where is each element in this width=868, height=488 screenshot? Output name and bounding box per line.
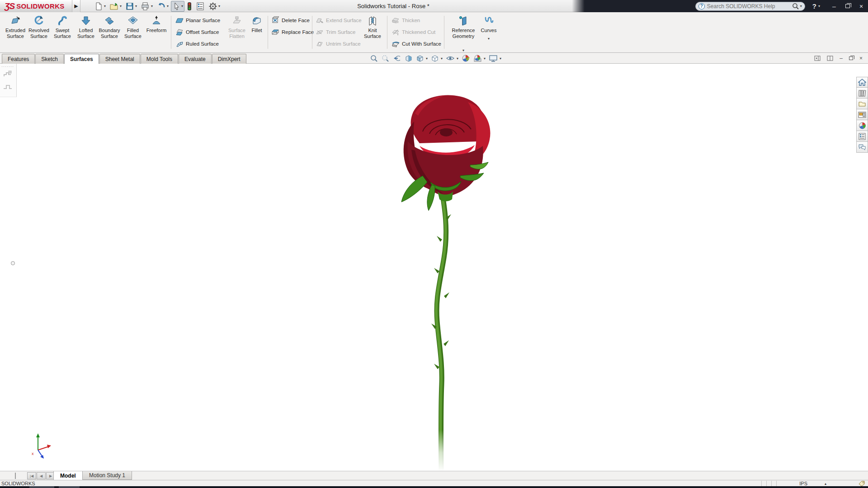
reference-geometry-button[interactable]: Reference Geometry ▾ (449, 14, 477, 51)
close-button[interactable]: × (854, 0, 868, 12)
undo-button[interactable]: ▾ (155, 1, 170, 12)
logo-text: SOLIDWORKS (16, 2, 64, 10)
chevron-down-icon[interactable]: ▾ (462, 48, 464, 52)
chevron-down-icon[interactable]: ▾ (426, 56, 428, 61)
freeform-button[interactable]: Freeform (145, 14, 168, 51)
open-document-button[interactable]: ▾ (108, 1, 123, 12)
design-library-tab[interactable] (856, 88, 868, 99)
tab-features[interactable]: Features (2, 54, 35, 64)
tag-icon[interactable] (858, 481, 865, 487)
tab-mold-tools[interactable]: Mold Tools (141, 54, 178, 64)
menu-flyout-arrow-icon[interactable]: ▶ (72, 0, 80, 12)
home-tab[interactable] (856, 77, 868, 88)
chevron-down-icon[interactable]: ▾ (500, 56, 501, 61)
apply-scene-button[interactable]: ▾ (473, 54, 486, 62)
view-settings-button[interactable]: ▾ (489, 54, 501, 62)
quick-access-toolbar: ▾ ▾ ▾ ▾ ▾ ▾ ▾ (93, 0, 222, 12)
pane-splitter-handle[interactable] (15, 473, 16, 479)
command-manager-ribbon: Extruded Surface Revolved Surface Swept … (0, 12, 868, 53)
boundary-surface-button[interactable]: Boundary Surface (98, 14, 121, 51)
first-tab-button[interactable]: |◀ (27, 472, 36, 479)
appearances-scenes-tab[interactable] (856, 120, 868, 131)
revolved-surface-button[interactable]: Revolved Surface (27, 14, 51, 51)
prev-tab-button[interactable]: ◀ (37, 472, 46, 479)
print-button[interactable]: ▾ (139, 1, 154, 12)
custom-properties-tab[interactable] (856, 131, 868, 142)
search-scope-caret-icon[interactable]: ▾ (800, 4, 802, 8)
graphics-area[interactable]: ······· (0, 64, 868, 471)
doc-minimize-button[interactable]: – (840, 55, 843, 61)
search-input[interactable] (707, 3, 792, 9)
fillet-button[interactable]: Fillet (248, 14, 266, 51)
planar-surface-button[interactable]: Planar Surface (175, 15, 220, 25)
help-caret-icon[interactable]: ▾ (818, 4, 820, 8)
swept-surface-button[interactable]: Swept Surface (51, 14, 74, 51)
ruled-surface-button[interactable]: Ruled Surface (175, 39, 219, 48)
curves-button[interactable]: Curves ▾ (478, 14, 499, 51)
view-orientation-button[interactable]: ▾ (416, 54, 428, 62)
tab-sheet-metal[interactable]: Sheet Metal (99, 54, 140, 64)
rose-3d-model[interactable]: x (0, 64, 868, 471)
chevron-down-icon[interactable]: ▾ (457, 56, 458, 61)
section-view-icon (405, 54, 413, 62)
chevron-down-icon: ▾ (218, 4, 220, 8)
chevron-down-icon[interactable]: ▾ (484, 56, 486, 61)
help-button[interactable]: ? (812, 2, 816, 10)
chevron-down-icon[interactable]: ▾ (488, 37, 490, 41)
solidworks-logo: ƷS SOLIDWORKS (0, 0, 72, 12)
select-tool-button[interactable]: ▾ (171, 1, 184, 12)
knit-surface-button[interactable]: Knit Surface (361, 14, 384, 51)
tab-evaluate[interactable]: Evaluate (179, 54, 212, 64)
pane-split-icon[interactable] (827, 56, 833, 61)
model-tab[interactable]: Model (53, 471, 83, 480)
cut-with-surface-button[interactable]: Cut With Surface (392, 39, 441, 48)
status-right-group: IPS ▴ (761, 480, 865, 487)
display-style-icon (431, 54, 439, 62)
restore-icon (849, 56, 853, 60)
chevron-down-icon: ▾ (167, 4, 169, 8)
previous-view-button[interactable] (392, 54, 401, 62)
options-button[interactable]: ▾ (207, 1, 222, 12)
replace-face-button[interactable]: Replace Face (271, 27, 314, 37)
section-view-button[interactable] (405, 54, 413, 62)
trim-surface-icon (316, 28, 324, 36)
extruded-surface-button[interactable]: Extruded Surface (4, 14, 27, 51)
tab-sketch[interactable]: Sketch (35, 54, 64, 64)
motion-study-tab[interactable]: Motion Study 1 (82, 471, 132, 480)
rose-stem (431, 187, 451, 470)
edit-appearance-button[interactable] (462, 54, 470, 62)
help-search-box[interactable]: ? ▾ (695, 2, 805, 11)
file-explorer-tab[interactable] (856, 99, 868, 109)
hide-show-items-button[interactable]: ▾ (446, 54, 458, 62)
minimize-button[interactable]: – (827, 0, 841, 12)
unit-system-selector[interactable]: IPS (799, 481, 807, 486)
view-palette-tab[interactable] (856, 109, 868, 120)
monitor-icon (489, 54, 498, 62)
doc-restore-button[interactable] (849, 56, 853, 60)
search-icon[interactable] (792, 3, 799, 10)
delete-face-button[interactable]: Delete Face (271, 15, 310, 25)
tab-surfaces[interactable]: Surfaces (64, 54, 99, 64)
display-style-button[interactable]: ▾ (431, 54, 443, 62)
filled-surface-icon (127, 14, 139, 28)
doc-close-button[interactable]: × (859, 55, 863, 61)
zoom-to-fit-button[interactable] (370, 54, 378, 62)
curves-icon (483, 14, 495, 28)
undo-arrow-icon (156, 2, 166, 11)
lofted-surface-button[interactable]: Lofted Surface (74, 14, 98, 51)
filled-surface-button[interactable]: Filled Surface (121, 14, 145, 51)
forum-tab[interactable] (856, 142, 868, 153)
new-document-button[interactable]: ▾ (93, 1, 107, 12)
pane-display-icon[interactable] (814, 56, 821, 61)
chevron-down-icon[interactable]: ▾ (441, 56, 443, 61)
chevron-up-icon[interactable]: ▴ (825, 482, 826, 486)
zoom-to-area-button[interactable] (381, 54, 389, 62)
rebuild-button[interactable] (185, 1, 193, 12)
file-properties-button[interactable] (194, 1, 206, 12)
restore-button[interactable] (841, 0, 854, 12)
knit-surface-icon (367, 14, 378, 28)
save-button[interactable]: ▾ (124, 1, 138, 12)
cut-with-surface-icon (392, 40, 400, 47)
tab-dimxpert[interactable]: DimXpert (212, 54, 246, 64)
offset-surface-button[interactable]: Offset Surface (175, 27, 219, 37)
